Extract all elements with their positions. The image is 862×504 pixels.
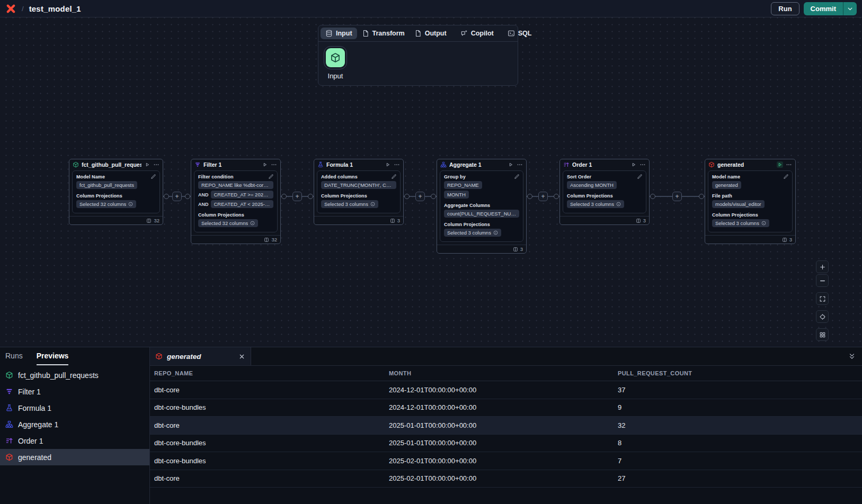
edit-icon[interactable] [150,174,156,179]
cube-icon [73,161,79,168]
commit-button-label[interactable]: Commit [804,2,843,15]
palette-tab-sql[interactable]: SQL [503,28,537,39]
table-cell: 37 [618,386,862,394]
sidebar-item-filter-1[interactable]: Filter 1 [0,383,149,400]
node-section-added-columns: Added columns DATE_TRUNC('MONTH', CREATE… [321,174,396,189]
cube-icon [5,453,13,461]
run-button[interactable]: Run [771,2,799,15]
palette-tab-transform[interactable]: Transform [357,28,410,39]
edit-icon[interactable] [783,174,789,179]
node-header: Aggregate 1 [437,159,526,169]
output-port[interactable] [527,194,532,199]
value-chip: generated [712,181,741,189]
filter-icon [5,388,13,395]
node-filter_1[interactable]: Filter 1 Filter condition REPO_NAME like… [191,159,281,244]
layout-grid-button[interactable] [816,328,829,341]
node-generated[interactable]: generated Model name generated File path… [705,159,796,244]
value-chip: Selected 3 columns [321,200,378,208]
table-row[interactable]: dbt-core2025-01-01T00:00:00+00:0032 [150,417,862,435]
preview-tab-generated[interactable]: generated [150,347,251,365]
canvas-controls [816,260,829,342]
edit-icon[interactable] [637,174,643,179]
node-run-button[interactable] [262,161,268,168]
edit-icon[interactable] [391,174,397,179]
value-chip: Selected 3 columns [712,219,769,227]
value-chip: REPO_NAME like %dbt-core% [198,181,273,189]
dbt-logo-icon[interactable] [5,3,16,14]
commit-dropdown-button[interactable] [843,2,857,15]
value-chip: Selected 32 columns [198,219,258,227]
node-menu-button[interactable] [271,161,277,168]
maximize-icon [819,295,826,302]
table-row[interactable]: dbt-core2025-02-01T00:00:00+00:0027 [150,470,862,488]
chip-text: Ascending MONTH [570,182,614,188]
node-menu-button[interactable] [153,161,159,168]
node-run-button[interactable] [144,161,150,168]
zoom-out-button[interactable] [816,274,829,287]
table-row[interactable]: dbt-core2024-12-01T00:00:00+00:0037 [150,381,862,399]
preview-table-body: dbt-core2024-12-01T00:00:00+00:0037dbt-c… [150,381,862,504]
node-menu-button[interactable] [786,161,792,168]
input-port[interactable] [431,194,436,199]
node-aggregate_1[interactable]: Aggregate 1 Group by REPO_NAMEMONTH Aggr… [437,159,527,254]
output-port[interactable] [281,194,287,199]
edit-icon[interactable] [268,174,274,179]
sidebar-item-label: Formula 1 [18,404,51,412]
node-order_1[interactable]: Order 1 Sort Order Ascending MONTH Colum… [559,159,650,225]
node-run-button[interactable] [777,161,783,168]
fit-view-button[interactable] [816,292,829,305]
palette-tab-output[interactable]: Output [410,28,451,39]
node-fct_github_pull_requests[interactable]: fct_github_pull_requests Model Name fct_… [69,159,163,225]
add-node-button[interactable]: + [172,192,182,201]
input-port[interactable] [554,194,559,199]
info-icon [761,221,766,226]
edit-icon[interactable] [514,174,520,179]
output-port[interactable] [164,194,169,199]
node-menu-button[interactable] [517,161,523,168]
palette-tab-input[interactable]: Input [321,28,357,39]
output-port[interactable] [650,194,655,199]
output-port[interactable] [404,194,410,199]
palette-item-input[interactable]: Input [326,48,345,80]
table-row[interactable]: dbt-core-bundles2025-01-01T00:00:00+00:0… [150,435,862,453]
locate-button[interactable] [816,310,829,323]
sidebar-item-generated[interactable]: generated [0,449,149,465]
palette-tab-bar: InputTransformOutputCopilotSQL [318,25,518,42]
node-menu-button[interactable] [394,161,400,168]
sidebar-item-formula-1[interactable]: Formula 1 [0,400,149,416]
input-port[interactable] [699,194,704,199]
add-node-button[interactable]: + [292,192,302,201]
node-run-button[interactable] [385,161,391,168]
sidebar-item-aggregate-1[interactable]: Aggregate 1 [0,416,149,433]
add-node-button[interactable]: + [415,192,425,201]
section-label: Model name [712,174,788,179]
node-run-button[interactable] [508,161,514,168]
node-formula_1[interactable]: Formula 1 Added columns DATE_TRUNC('MONT… [314,159,404,225]
zoom-in-button[interactable] [816,260,829,273]
add-node-button[interactable]: + [538,192,548,201]
table-row[interactable]: dbt-core-bundles2024-12-01T00:00:00+00:0… [150,399,862,417]
sidebar-item-order-1[interactable]: Order 1 [0,433,149,449]
commit-button[interactable]: Commit [804,2,857,15]
flow-canvas[interactable]: + + + + + fct_github_pull_requests [0,17,862,347]
sidebar-item-fct-github-pull-requests[interactable]: fct_github_pull_requests [0,367,149,383]
palette-tab-copilot[interactable]: Copilot [456,28,499,39]
input-port[interactable] [185,194,190,199]
input-node-tile[interactable] [326,48,345,67]
collapse-panel-icon[interactable] [848,353,856,360]
palette-tab-label: Input [336,30,352,37]
node-menu-button[interactable] [639,161,646,168]
tab-runs[interactable]: Runs [5,347,23,365]
close-icon[interactable] [238,353,245,360]
table-cell: dbt-core [154,474,389,482]
chip-text: MONTH [447,192,466,197]
add-node-button[interactable]: + [672,192,682,201]
table-row[interactable]: dbt-core-bundles2025-02-01T00:00:00+00:0… [150,452,862,470]
info-icon [493,230,498,235]
table-cell: 2024-12-01T00:00:00+00:00 [389,403,618,411]
input-port[interactable] [308,194,313,199]
tab-previews[interactable]: Previews [37,347,69,365]
section-label: File path [712,193,788,199]
node-run-button[interactable] [630,161,637,168]
sidebar-item-label: Aggregate 1 [18,420,58,429]
